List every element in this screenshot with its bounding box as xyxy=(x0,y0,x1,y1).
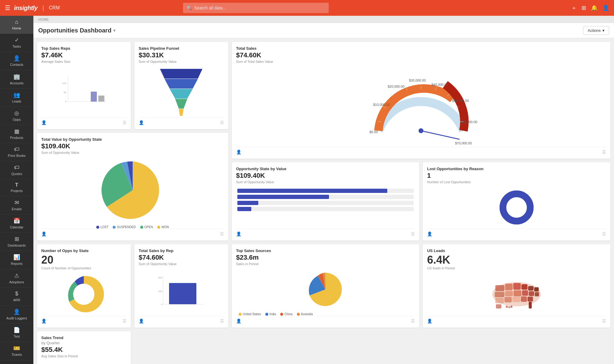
page-title-area: Opportunities Dashboard ▾ xyxy=(38,27,116,34)
card-subtitle: Count of Number of Opportunities xyxy=(41,266,127,270)
list-icon: ☰ xyxy=(602,150,606,154)
sidebar-item-products[interactable]: ▦ Products xyxy=(0,125,33,143)
sidebar-item-quotes[interactable]: 🏷 Quotes xyxy=(0,161,33,179)
sidebar-item-accounts[interactable]: 🏢 Accounts xyxy=(0,70,33,89)
svg-text:40K: 40K xyxy=(158,290,163,293)
search-bar[interactable]: 🔍 Search all data... xyxy=(183,3,329,13)
legend-item-us: United States xyxy=(239,312,261,316)
sidebar-item-label: Home xyxy=(12,26,21,30)
sidebar-item-tasks[interactable]: ✓ Tasks xyxy=(0,34,33,52)
us-map xyxy=(427,272,606,316)
card-subtitle: Number of Lost Opportunities xyxy=(427,180,606,184)
legend-item-open: OPEN xyxy=(140,225,153,229)
arr-icon: $ xyxy=(15,291,18,297)
reports-icon: 📊 xyxy=(13,254,20,261)
card-subtitle: Sum of Opportunity Value xyxy=(236,180,415,184)
card-value: $109.40K xyxy=(41,142,224,150)
svg-rect-52 xyxy=(514,290,521,296)
sidebar-item-test[interactable]: 📄 Test xyxy=(0,324,33,342)
sidebar-item-reports[interactable]: 📊 Reports xyxy=(0,251,33,269)
bar-row xyxy=(237,195,414,199)
sidebar-item-label: Adoptions xyxy=(9,280,24,284)
tickets-icon: 🎫 xyxy=(13,345,20,352)
bar-fill xyxy=(237,201,259,205)
sidebar-item-leads[interactable]: 👥 Leads xyxy=(0,89,33,107)
us-map-svg xyxy=(489,278,544,311)
card-opp-state-value: Opportunity State by Value $109.40K Sum … xyxy=(232,162,419,241)
sidebar-item-arr[interactable]: $ ARR xyxy=(0,288,33,305)
card-value: $74.60K xyxy=(139,254,224,261)
card-subtitle: US leads in Period xyxy=(427,266,606,270)
legend-label: WON xyxy=(161,225,169,229)
accounts-icon: 🏢 xyxy=(13,73,20,80)
list-icon: ☰ xyxy=(220,318,224,323)
bar-track xyxy=(237,207,414,211)
sidebar-item-home[interactable]: ⌂ Home xyxy=(0,16,33,34)
list-icon: ☰ xyxy=(602,318,606,323)
sidebar-item-projects[interactable]: T Projects xyxy=(0,179,33,196)
sidebar-item-emails[interactable]: ✉ Emails xyxy=(0,196,33,214)
svg-marker-8 xyxy=(165,79,198,89)
sidebar-item-audit[interactable]: 👤 Audit Loggers xyxy=(0,305,33,324)
legend-dot xyxy=(280,313,283,316)
card-value: $74.60K xyxy=(236,51,606,59)
pie-legend: LOST SUSPENDED OPEN WON xyxy=(41,225,224,229)
legend-label: SUSPENDED xyxy=(117,225,136,229)
bar-fill xyxy=(237,207,252,211)
opps-icon: ◎ xyxy=(14,110,19,116)
card-footer: 👤 ☰ xyxy=(427,316,606,323)
horizontal-bar-chart xyxy=(236,189,415,211)
card-title: Opportunity State by Value xyxy=(236,167,415,171)
card-value-large: 20 xyxy=(41,254,127,266)
svg-rect-56 xyxy=(495,298,504,303)
top-sales-reps-chart: 0 5K 10K xyxy=(41,66,127,117)
card-subtitle: Sum of Opportunity Value xyxy=(41,151,224,154)
list-icon: ☰ xyxy=(411,231,415,236)
card-title: Sales Pipeline Funnel xyxy=(139,46,224,51)
sidebar-item-label: Leads xyxy=(12,99,21,103)
actions-button[interactable]: Actions ▾ xyxy=(583,26,609,35)
legend-item-lost: LOST xyxy=(96,225,108,229)
sidebar-item-tickets[interactable]: 🎫 Tickets xyxy=(0,342,33,360)
sidebar-item-adoptions[interactable]: ⚠ Adoptions xyxy=(0,269,33,288)
svg-rect-60 xyxy=(527,297,533,302)
svg-point-63 xyxy=(506,305,508,308)
svg-text:$30,000.00: $30,000.00 xyxy=(409,79,426,82)
funnel-svg xyxy=(157,66,205,117)
top-nav-icons: ＋ ⊞ 🔔 👤 xyxy=(571,4,609,12)
svg-text:0: 0 xyxy=(65,100,66,103)
sidebar-item-contacts[interactable]: 👤 Contacts xyxy=(0,52,33,70)
legend-dot xyxy=(239,313,242,316)
card-num-opps-state: Number of Opps by State 20 Count of Numb… xyxy=(37,244,131,328)
card-footer: 👤 ☰ xyxy=(236,229,415,236)
user-icon[interactable]: 👤 xyxy=(602,5,609,11)
sidebar-item-opps[interactable]: ◎ Opps xyxy=(0,107,33,125)
adoptions-icon: ⚠ xyxy=(14,272,19,279)
person-icon: 👤 xyxy=(41,318,46,323)
search-icon: 🔍 xyxy=(187,5,192,10)
bar-rep-svg: 0 40K 80K xyxy=(157,274,205,310)
card-title: Number of Opps by State xyxy=(41,248,127,253)
person-icon: 👤 xyxy=(139,318,144,323)
page-header: Opportunities Dashboard ▾ Actions ▾ xyxy=(33,23,614,38)
pie-chart-sources xyxy=(236,268,415,311)
title-dropdown-arrow[interactable]: ▾ xyxy=(113,28,116,33)
sidebar-item-label: Reports xyxy=(11,262,23,266)
person-icon: 👤 xyxy=(427,318,432,323)
sidebar-item-calendar[interactable]: 📅 Calendar xyxy=(0,214,33,233)
projects-icon: T xyxy=(15,182,18,188)
card-title: Sales Trend xyxy=(41,335,127,340)
add-icon[interactable]: ＋ xyxy=(571,4,577,12)
home-icon: ⌂ xyxy=(15,19,19,25)
sidebar-item-dashboards[interactable]: ⊞ Dashboards xyxy=(0,233,33,251)
leads-icon: 👥 xyxy=(13,92,20,98)
legend-dot xyxy=(96,226,99,229)
grid-icon[interactable]: ⊞ xyxy=(582,5,586,11)
sidebar-item-price-books[interactable]: 🏷 Price Books xyxy=(0,143,33,161)
card-title: US Leads xyxy=(427,248,606,253)
hamburger-icon[interactable]: ☰ xyxy=(5,4,10,12)
bell-icon[interactable]: 🔔 xyxy=(591,5,598,11)
svg-text:80K: 80K xyxy=(158,276,163,279)
svg-marker-10 xyxy=(175,99,187,109)
funnel-chart xyxy=(139,66,224,117)
